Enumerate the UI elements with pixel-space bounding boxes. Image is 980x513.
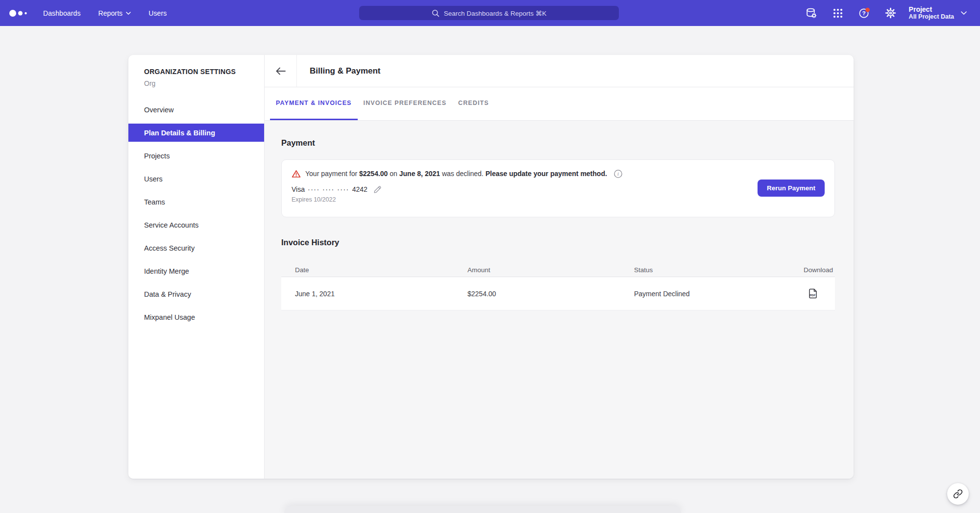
apps-grid-button[interactable] [832, 7, 844, 20]
invoice-status: Payment Declined [620, 290, 787, 298]
nav-items: Dashboards Reports Users [43, 9, 167, 17]
tab-payment-invoices[interactable]: PAYMENT & INVOICES [270, 87, 358, 120]
payment-section-heading: Payment [281, 138, 835, 148]
search-input[interactable]: Search Dashboards & Reports ⌘K [359, 6, 619, 20]
chevron-down-icon [961, 11, 967, 15]
grid-dots-icon [832, 7, 844, 19]
svg-text:PDF: PDF [809, 293, 816, 297]
sidebar-org-name: Org [128, 76, 264, 87]
top-navbar: Dashboards Reports Users Search Dashboar… [0, 0, 980, 26]
nav-users[interactable]: Users [148, 9, 167, 17]
column-header-date: Date [281, 266, 454, 274]
payment-card: Your payment for $2254.00 on June 8, 202… [281, 159, 835, 217]
back-button[interactable] [265, 55, 297, 87]
pencil-icon [373, 185, 382, 194]
edit-card-button[interactable] [373, 185, 382, 194]
nav-reports[interactable]: Reports [98, 9, 131, 17]
download-pdf-button[interactable]: PDF [808, 288, 817, 299]
invoice-table-header: Date Amount Status Download [281, 263, 835, 277]
invoice-date: June 1, 2021 [281, 290, 454, 298]
page-header: Billing & Payment [265, 55, 854, 87]
sidebar-item-overview[interactable]: Overview [128, 101, 264, 119]
rerun-payment-button[interactable]: Rerun Payment [758, 180, 825, 197]
card-brand: Visa [292, 184, 305, 194]
mixpanel-logo-icon [8, 6, 32, 20]
project-value: All Project Data [909, 13, 954, 20]
warning-triangle-icon [292, 170, 301, 178]
nav-dashboards[interactable]: Dashboards [43, 9, 81, 17]
payment-declined-alert: Your payment for $2254.00 on June 8, 202… [292, 169, 825, 179]
settings-button[interactable] [884, 7, 897, 20]
project-switcher[interactable]: Project All Project Data [909, 5, 967, 20]
invoice-history-heading: Invoice History [281, 238, 835, 247]
sidebar-item-mixpanel-usage[interactable]: Mixpanel Usage [128, 308, 264, 326]
sidebar-title: ORGANIZATION SETTINGS [128, 55, 264, 76]
sidebar-item-users[interactable]: Users [128, 170, 264, 188]
gear-icon [884, 7, 897, 19]
search-placeholder: Search Dashboards & Reports ⌘K [444, 9, 546, 17]
sidebar-item-teams[interactable]: Teams [128, 193, 264, 211]
tab-content: Payment Your payment for $2254.00 on Jun… [265, 121, 854, 479]
card-on-file: Visa ···· ···· ···· 4242 [292, 184, 825, 194]
card-expiry: Expires 10/2022 [292, 196, 825, 203]
settings-card: ORGANIZATION SETTINGS Org Overview Plan … [128, 55, 854, 479]
help-button[interactable]: ? [858, 7, 871, 20]
column-header-status: Status [620, 266, 787, 274]
card-last4: 4242 [352, 184, 368, 194]
offscreen-panel-shadow [284, 506, 681, 513]
help-icon: ? [858, 6, 871, 20]
info-icon[interactable]: i [614, 170, 622, 178]
pdf-file-icon: PDF [808, 288, 817, 299]
sidebar-list: Overview Plan Details & Billing Projects… [128, 101, 264, 326]
settings-main: Billing & Payment PAYMENT & INVOICES INV… [265, 55, 854, 479]
search-icon [432, 9, 440, 17]
sidebar-item-data-privacy[interactable]: Data & Privacy [128, 285, 264, 303]
link-icon [953, 489, 963, 499]
nav-reports-label: Reports [98, 9, 123, 17]
copy-link-button[interactable] [947, 483, 969, 505]
database-gear-icon [805, 7, 817, 19]
sidebar-item-service-accounts[interactable]: Service Accounts [128, 216, 264, 234]
alert-text: Your payment for $2254.00 on June 8, 202… [305, 169, 607, 179]
tab-credits[interactable]: CREDITS [452, 87, 495, 120]
tab-bar: PAYMENT & INVOICES INVOICE PREFERENCES C… [265, 87, 854, 121]
svg-text:?: ? [862, 10, 865, 16]
page-title: Billing & Payment [310, 66, 381, 76]
invoice-table: Date Amount Status Download June 1, 2021… [281, 263, 835, 310]
column-header-download: Download [787, 266, 835, 274]
sidebar-item-projects[interactable]: Projects [128, 147, 264, 165]
data-management-button[interactable] [805, 7, 818, 20]
navbar-right: ? Project [791, 0, 980, 26]
arrow-left-icon [275, 67, 286, 75]
sidebar-item-plan-details-billing[interactable]: Plan Details & Billing [128, 124, 264, 142]
column-header-amount: Amount [454, 266, 620, 274]
invoice-row: June 1, 2021 $2254.00 Payment Declined P… [281, 277, 835, 310]
sidebar-item-identity-merge[interactable]: Identity Merge [128, 262, 264, 280]
project-label: Project [909, 5, 954, 13]
settings-sidebar: ORGANIZATION SETTINGS Org Overview Plan … [128, 55, 265, 479]
tab-invoice-preferences[interactable]: INVOICE PREFERENCES [358, 87, 453, 120]
card-masked-digits: ···· ···· ···· [308, 184, 349, 194]
mixpanel-logo[interactable] [8, 6, 32, 20]
chevron-down-icon [126, 12, 131, 15]
invoice-amount: $2254.00 [454, 290, 620, 298]
svg-text:i: i [617, 171, 619, 177]
sidebar-item-access-security[interactable]: Access Security [128, 239, 264, 257]
